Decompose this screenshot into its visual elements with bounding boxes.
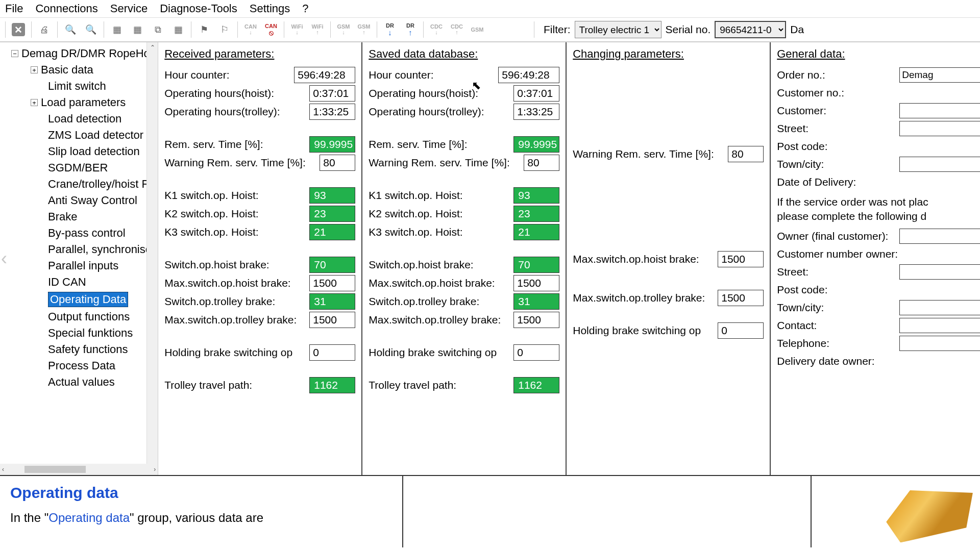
menu-help[interactable]: ? xyxy=(302,2,308,15)
help-title: Operating data xyxy=(10,484,392,502)
filter-select[interactable]: Trolley electric 1 xyxy=(575,21,662,38)
tree-item-operating-data[interactable]: Operating Data xyxy=(0,290,158,309)
hour-counter-label: Hour counter: xyxy=(164,69,294,81)
tree-item-slip-load-detection[interactable]: Slip load detection xyxy=(0,143,158,160)
gsm-down-button[interactable]: GSM↓ xyxy=(334,20,353,39)
tree-item-zms-load-detector[interactable]: ZMS Load detector xyxy=(0,127,158,143)
tree-item-special-funktions[interactable]: Special funktions xyxy=(0,325,158,341)
tel-input[interactable] xyxy=(899,336,980,351)
back-arrow-icon[interactable]: ‹ xyxy=(1,248,7,269)
print-button[interactable]: 🖨 xyxy=(35,20,54,39)
tree-item-output-functions[interactable]: Output functions xyxy=(0,309,158,325)
wifi-down-button[interactable]: WiFi↓ xyxy=(287,20,307,39)
tree-item-label: Special funktions xyxy=(48,327,133,340)
scroll-right-icon[interactable]: › xyxy=(154,466,156,473)
tree-item-actual-values[interactable]: Actual values xyxy=(0,374,158,390)
tree-item-limit-switch[interactable]: Limit switch xyxy=(0,78,158,94)
tree-vscrollbar[interactable]: ⌃ ⌄ xyxy=(146,42,158,475)
collapse-icon[interactable]: − xyxy=(11,50,18,57)
town-input[interactable] xyxy=(899,157,980,172)
tree-item-load-detection[interactable]: Load detection xyxy=(0,111,158,127)
order-no-input[interactable] xyxy=(899,67,980,83)
menu-settings[interactable]: Settings xyxy=(250,2,290,15)
close-button[interactable]: ✕ xyxy=(9,20,28,39)
expand-icon[interactable]: + xyxy=(31,66,38,73)
tree-item-parallel-synchronised[interactable]: Parallel, synchronised xyxy=(0,241,158,258)
toolbar: ✕ 🖨 🔍 🔍 ▦ ▦ ⧉ ▦ ⚑ ⚐ CAN↓ CAN⦸ WiFi↓ WiFi… xyxy=(0,18,980,42)
tree-item-safety-functions[interactable]: Safety functions xyxy=(0,341,158,358)
warn-rem-value: 80 xyxy=(320,155,355,171)
tree-item-parallel-inputs[interactable]: Parallel inputs xyxy=(0,258,158,274)
tree-item-sgdm-ber[interactable]: SGDM/BER xyxy=(0,160,158,176)
ttp-value: 1162 xyxy=(309,377,355,393)
rem-serv-value-2: 99.9995 xyxy=(513,136,559,153)
crane-image xyxy=(859,476,978,547)
dr-up-button[interactable]: DR↑ xyxy=(401,20,420,39)
tree-item-label: ZMS Load detector xyxy=(48,129,143,142)
tree-item-crane-trolley-hoist-fi[interactable]: Crane/trolley/hoist FI xyxy=(0,176,158,192)
cdc-up-button[interactable]: CDC↑ xyxy=(447,20,467,39)
ttp-label: Trolley travel path: xyxy=(164,379,309,391)
tool-4-button[interactable]: ▦ xyxy=(168,20,188,39)
tool-2-button[interactable]: ▦ xyxy=(128,20,147,39)
rem-serv-label: Rem. serv. Time [%]: xyxy=(164,138,309,151)
tree-item-load-parameters[interactable]: +Load parameters xyxy=(0,94,158,111)
tool-1-button[interactable]: ▦ xyxy=(107,20,127,39)
rem-serv-label-2: Rem. serv. Time [%]: xyxy=(369,138,513,151)
cdc-down-button[interactable]: CDC↓ xyxy=(427,20,446,39)
msohb-input[interactable] xyxy=(718,251,764,267)
saved-data-panel: Saved data database: Hour counter:596:49… xyxy=(362,42,567,475)
menu-file[interactable]: File xyxy=(5,2,23,15)
can-up-button[interactable]: CAN⦸ xyxy=(261,20,281,39)
op-hours-trolley-value-2: 1:33:25 xyxy=(513,104,559,120)
street-input[interactable] xyxy=(899,121,980,136)
cdc-label-2: CDC xyxy=(451,23,463,30)
town2-input[interactable] xyxy=(899,300,980,315)
tree-item-brake[interactable]: Brake xyxy=(0,209,158,225)
warn-rem-input[interactable] xyxy=(728,146,764,162)
menu-diagnose-tools[interactable]: Diagnose-Tools xyxy=(160,2,237,15)
received-parameters-panel: Received parameters: Hour counter:596:49… xyxy=(158,42,362,475)
wifi-up-button[interactable]: WiFi↑ xyxy=(308,20,327,39)
serial-no-select[interactable]: 96654211-0 xyxy=(715,21,786,38)
gsm-up-button[interactable]: GSM↑ xyxy=(354,20,374,39)
tree-item-process-data[interactable]: Process Data xyxy=(0,358,158,374)
flag-right-button[interactable]: ⚐ xyxy=(215,20,234,39)
street2-input[interactable] xyxy=(899,264,980,280)
tree-item-id-can[interactable]: ID CAN xyxy=(0,274,158,290)
scroll-thumb[interactable] xyxy=(24,466,86,473)
tree-root[interactable]: −Demag DR/DMR RopeHo xyxy=(0,45,158,62)
tree-hscrollbar[interactable]: ‹ › xyxy=(0,464,158,475)
expand-icon[interactable]: + xyxy=(31,99,38,106)
flag-left-button[interactable]: ⚑ xyxy=(194,20,214,39)
zoom-out-button[interactable]: 🔍 xyxy=(61,20,80,39)
gsm-3-button[interactable]: GSM xyxy=(468,20,487,39)
help-panel: Operating data In the "Operating data" g… xyxy=(0,476,403,547)
menu-service[interactable]: Service xyxy=(110,2,148,15)
op-hours-hoist-value-2: 0:37:01 xyxy=(513,85,559,102)
tree-item-by-pass-control[interactable]: By-pass control xyxy=(0,225,158,241)
zoom-in-button[interactable]: 🔍 xyxy=(81,20,101,39)
owner-input[interactable] xyxy=(899,229,980,244)
street2-label: Street: xyxy=(777,266,899,278)
scroll-up-icon[interactable]: ⌃ xyxy=(148,42,158,53)
sohb-value-2: 70 xyxy=(513,257,559,273)
contact-input[interactable] xyxy=(899,318,980,333)
dr-down-button[interactable]: DR↓ xyxy=(380,20,400,39)
hold-input[interactable] xyxy=(718,322,764,339)
can-down-button[interactable]: CAN↓ xyxy=(241,20,260,39)
help-link[interactable]: Operating data xyxy=(48,511,130,524)
copy-button[interactable]: ⧉ xyxy=(148,20,167,39)
scroll-left-icon[interactable]: ‹ xyxy=(2,466,4,473)
op-hours-hoist-value: 0:37:01 xyxy=(309,85,355,102)
msotb-input[interactable] xyxy=(718,290,764,306)
customer-input[interactable] xyxy=(899,103,980,118)
general-note-2: please complete the following d xyxy=(777,210,980,222)
tree-item-basic-data[interactable]: +Basic data xyxy=(0,62,158,78)
menu-connections[interactable]: Connections xyxy=(35,2,97,15)
tree-item-anti-sway-control[interactable]: Anti Sway Control xyxy=(0,192,158,209)
wifi-label: WiFi xyxy=(291,23,303,30)
hold-value-2: 0 xyxy=(513,344,559,361)
tree-panel: ‹ −Demag DR/DMR RopeHo+Basic dataLimit s… xyxy=(0,42,158,475)
hour-counter-value: 596:49:28 xyxy=(294,67,355,83)
